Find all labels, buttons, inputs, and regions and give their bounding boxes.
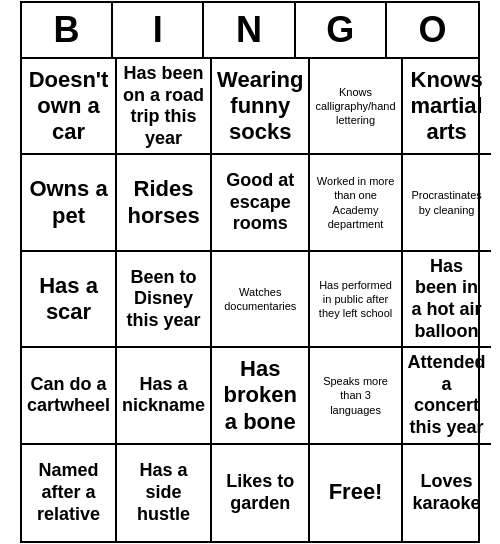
cell-text-4: Knows martial arts: [408, 67, 486, 146]
cell-text-1: Has been on a road trip this year: [122, 63, 205, 149]
bingo-cell-19[interactable]: Attended a concert this year: [403, 348, 491, 444]
bingo-cell-24[interactable]: Loves karaoke: [403, 445, 491, 541]
bingo-cell-5[interactable]: Owns a pet: [22, 155, 117, 251]
header-letter-b: B: [22, 3, 113, 57]
cell-text-6: Rides horses: [122, 176, 205, 229]
cell-text-24: Loves karaoke: [408, 471, 486, 514]
cell-text-21: Has a side hustle: [122, 460, 205, 525]
bingo-cell-23[interactable]: Free!: [310, 445, 402, 541]
bingo-cell-20[interactable]: Named after a relative: [22, 445, 117, 541]
bingo-cell-3[interactable]: Knows calligraphy/hand lettering: [310, 59, 402, 155]
cell-text-9: Procrastinates by cleaning: [408, 188, 486, 217]
cell-text-19: Attended a concert this year: [408, 352, 486, 438]
cell-text-5: Owns a pet: [27, 176, 110, 229]
cell-text-13: Has performed in public after they left …: [315, 278, 395, 321]
bingo-cell-16[interactable]: Has a nickname: [117, 348, 212, 444]
bingo-cell-8[interactable]: Worked in more than one Academy departme…: [310, 155, 402, 251]
bingo-grid: Doesn't own a carHas been on a road trip…: [22, 59, 478, 541]
cell-text-20: Named after a relative: [27, 460, 110, 525]
cell-text-23: Free!: [329, 478, 383, 507]
bingo-cell-0[interactable]: Doesn't own a car: [22, 59, 117, 155]
cell-text-15: Can do a cartwheel: [27, 374, 110, 417]
cell-text-10: Has a scar: [27, 273, 110, 326]
header-letter-n: N: [204, 3, 295, 57]
cell-text-17: Has broken a bone: [217, 356, 303, 435]
cell-text-12: Watches documentaries: [217, 285, 303, 314]
bingo-cell-18[interactable]: Speaks more than 3 languages: [310, 348, 402, 444]
cell-text-8: Worked in more than one Academy departme…: [315, 174, 395, 231]
cell-text-7: Good at escape rooms: [217, 170, 303, 235]
bingo-cell-13[interactable]: Has performed in public after they left …: [310, 252, 402, 348]
bingo-cell-15[interactable]: Can do a cartwheel: [22, 348, 117, 444]
bingo-cell-1[interactable]: Has been on a road trip this year: [117, 59, 212, 155]
bingo-cell-21[interactable]: Has a side hustle: [117, 445, 212, 541]
bingo-cell-17[interactable]: Has broken a bone: [212, 348, 310, 444]
bingo-cell-10[interactable]: Has a scar: [22, 252, 117, 348]
cell-text-3: Knows calligraphy/hand lettering: [315, 85, 395, 128]
bingo-cell-14[interactable]: Has been in a hot air balloon: [403, 252, 491, 348]
bingo-cell-7[interactable]: Good at escape rooms: [212, 155, 310, 251]
cell-text-14: Has been in a hot air balloon: [408, 256, 486, 342]
cell-text-0: Doesn't own a car: [27, 67, 110, 146]
cell-text-18: Speaks more than 3 languages: [315, 374, 395, 417]
cell-text-11: Been to Disney this year: [122, 267, 205, 332]
bingo-header: BINGO: [22, 3, 478, 59]
bingo-cell-6[interactable]: Rides horses: [117, 155, 212, 251]
bingo-cell-9[interactable]: Procrastinates by cleaning: [403, 155, 491, 251]
bingo-cell-22[interactable]: Likes to garden: [212, 445, 310, 541]
bingo-cell-11[interactable]: Been to Disney this year: [117, 252, 212, 348]
bingo-cell-12[interactable]: Watches documentaries: [212, 252, 310, 348]
header-letter-i: I: [113, 3, 204, 57]
bingo-cell-4[interactable]: Knows martial arts: [403, 59, 491, 155]
header-letter-o: O: [387, 3, 478, 57]
bingo-card: BINGO Doesn't own a carHas been on a roa…: [20, 1, 480, 543]
header-letter-g: G: [296, 3, 387, 57]
cell-text-2: Wearing funny socks: [217, 67, 303, 146]
bingo-cell-2[interactable]: Wearing funny socks: [212, 59, 310, 155]
cell-text-16: Has a nickname: [122, 374, 205, 417]
cell-text-22: Likes to garden: [217, 471, 303, 514]
